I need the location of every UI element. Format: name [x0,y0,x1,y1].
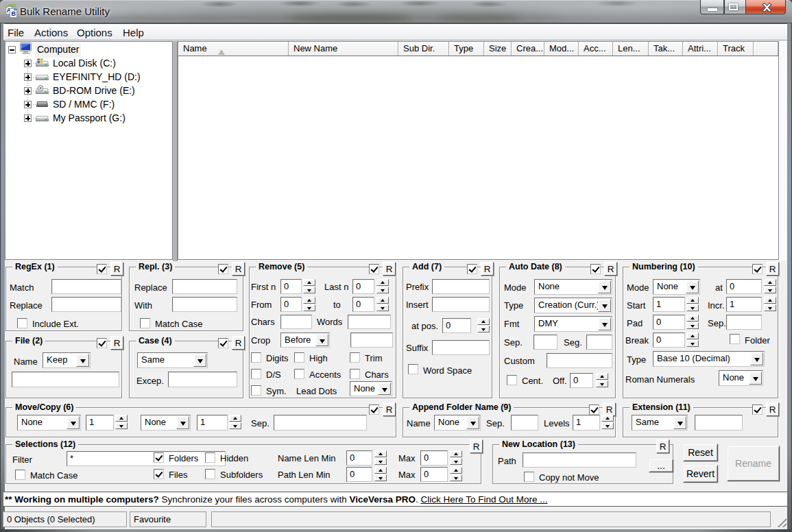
svg-text:B: B [12,10,16,17]
